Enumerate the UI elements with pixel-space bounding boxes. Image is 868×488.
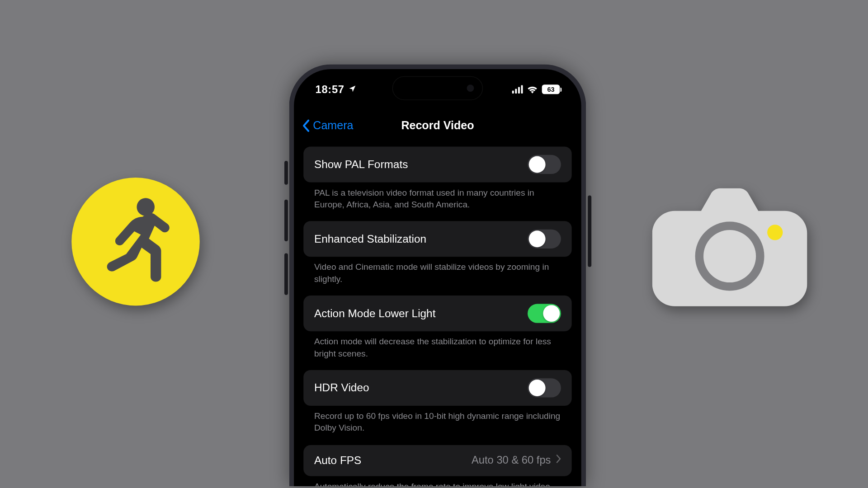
group-stabilization: Enhanced Stabilization Video and Cinemat…: [303, 221, 571, 285]
back-button[interactable]: Camera: [302, 119, 354, 132]
toggle-enhanced-stabilization[interactable]: [528, 230, 561, 249]
toggle-hdr-video[interactable]: [528, 379, 561, 398]
group-auto-fps: Auto FPS Auto 30 & 60 fps Automatically …: [303, 445, 571, 486]
row-label: Show PAL Formats: [314, 158, 408, 171]
row-label: Enhanced Stabilization: [314, 232, 426, 245]
row-hdr-video[interactable]: HDR Video: [303, 370, 571, 406]
phone-volume-down: [284, 253, 288, 295]
row-action-mode-lower-light[interactable]: Action Mode Lower Light: [303, 296, 571, 331]
page-title: Record Video: [401, 119, 474, 132]
settings-list[interactable]: Show PAL Formats PAL is a television vid…: [303, 146, 571, 486]
camera-app-icon: [652, 185, 807, 307]
row-enhanced-stabilization[interactable]: Enhanced Stabilization: [303, 221, 571, 257]
row-label: HDR Video: [314, 381, 369, 394]
running-person-icon: [71, 178, 200, 306]
footer-auto-fps: Automatically reduce the frame rate to i…: [303, 476, 571, 486]
phone-side-button: [588, 196, 591, 267]
row-auto-fps[interactable]: Auto FPS Auto 30 & 60 fps: [303, 445, 571, 476]
cellular-signal-icon: [512, 85, 523, 94]
toggle-action-mode-lower-light[interactable]: [528, 304, 561, 323]
svg-point-3: [767, 225, 783, 240]
phone-volume-up: [284, 200, 288, 241]
status-time: 18:57: [316, 83, 344, 96]
footer-action-mode: Action mode will decrease the stabilizat…: [303, 332, 571, 360]
iphone-frame: 18:57 63 Camera Record Video: [289, 64, 586, 486]
footer-pal: PAL is a television video format used in…: [303, 183, 571, 211]
battery-indicator: 63: [542, 84, 560, 94]
location-arrow-icon: [348, 83, 356, 96]
row-label: Action Mode Lower Light: [314, 307, 436, 320]
chevron-left-icon: [302, 119, 311, 132]
nav-bar: Camera Record Video: [294, 112, 581, 140]
group-pal: Show PAL Formats PAL is a television vid…: [303, 146, 571, 210]
footer-hdr: Record up to 60 fps video in 10-bit high…: [303, 406, 571, 434]
group-action-mode: Action Mode Lower Light Action mode will…: [303, 296, 571, 359]
phone-mute-switch: [284, 161, 288, 185]
footer-stabilization: Video and Cinematic mode will stabilize …: [303, 257, 571, 285]
toggle-show-pal-formats[interactable]: [528, 155, 561, 174]
row-show-pal-formats[interactable]: Show PAL Formats: [303, 146, 571, 182]
status-bar: 18:57 63: [294, 77, 581, 101]
svg-point-2: [703, 230, 756, 282]
wifi-icon: [527, 85, 538, 94]
row-value: Auto 30 & 60 fps: [472, 454, 551, 467]
group-hdr: HDR Video Record up to 60 fps video in 1…: [303, 370, 571, 434]
row-label: Auto FPS: [314, 454, 361, 467]
back-label: Camera: [313, 119, 353, 132]
chevron-right-icon: [556, 454, 561, 467]
